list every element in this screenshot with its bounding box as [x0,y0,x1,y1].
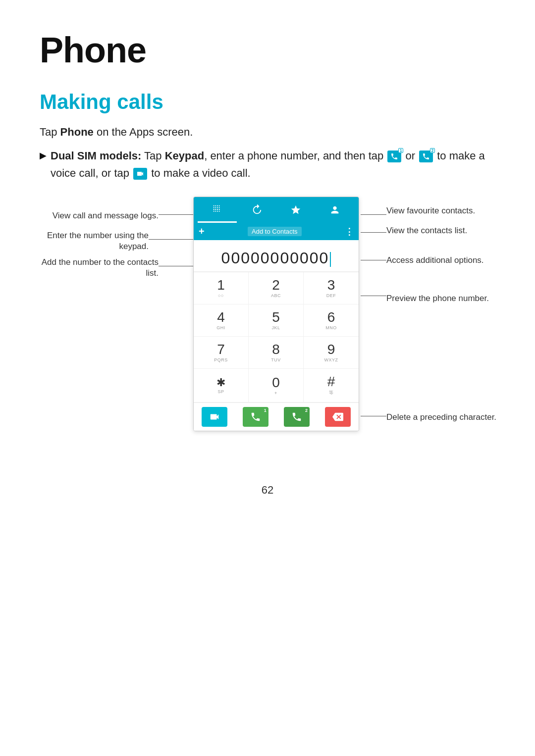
key-7[interactable]: 7 PQRS [194,337,249,369]
ann-keypad-line [149,239,199,240]
key-2[interactable]: 2 ABC [249,272,304,304]
add-to-contacts-text[interactable]: Add to Contacts [248,227,302,236]
page-title: Phone [40,30,495,70]
delete-button[interactable] [325,407,351,427]
phone-number-display: 00000000000 [194,240,359,272]
diagram-wrapper: View call and message logs. Enter the nu… [40,197,495,454]
section-title: Making calls [40,90,495,114]
keypad: 1 ○○ 2 ABC 3 DEF 4 GHI 5 JKL [194,272,359,403]
ann-preview-text: Preview the phone number. [386,293,520,304]
video-call-icon [133,168,147,180]
ann-logs-text: View call and message logs. [40,210,159,221]
tab-favorites[interactable] [276,197,316,223]
call-sim2-button[interactable]: 2 [284,407,310,427]
ann-add-text: Add the number to the contacts list. [40,257,159,279]
tab-contacts[interactable] [316,197,355,223]
key-0[interactable]: 0 + [249,369,304,403]
ann-fav-line [361,214,386,215]
ann-keypad-text: Enter the number using the keypad. [40,230,149,252]
annotations-container: View call and message logs. Enter the nu… [40,197,495,454]
intro-paragraph: Tap Phone on the Apps screen. [40,124,495,140]
key-8[interactable]: 8 TUV [249,337,304,369]
plus-button[interactable]: + [199,226,205,237]
tab-keypad[interactable] [198,197,237,223]
call-sim1-button[interactable]: 1 [243,407,268,427]
phone-add-bar: + Add to Contacts ⋮ [194,223,359,240]
phone-tabs [194,197,359,223]
key-5[interactable]: 5 JKL [249,304,304,337]
ann-contacts-text: View the contacts list. [386,225,520,236]
sim2-call-icon: 2 [419,151,433,162]
key-9[interactable]: 9 WXYZ [304,337,359,369]
key-1[interactable]: 1 ○○ [194,272,249,304]
sim1-number: 1 [398,148,403,153]
dual-sim-paragraph: ▶ Dual SIM models: Tap Keypad, enter a p… [40,147,495,182]
ann-fav-text: View favourite contacts. [386,205,520,216]
sim1-call-icon: 1 [387,151,401,162]
tab-recent[interactable] [237,197,276,223]
ann-options-text: Access additional options. [386,255,520,266]
phone-bottom-bar: 1 2 [194,403,359,431]
key-hash[interactable]: # 等 [304,369,359,403]
page-number: 62 [40,484,495,497]
video-call-button[interactable] [202,407,227,427]
key-4[interactable]: 4 GHI [194,304,249,337]
dual-sim-content: Dual SIM models: Tap Keypad, enter a pho… [51,147,495,182]
sim2-number: 2 [430,148,435,153]
ann-preview-line [361,296,386,296]
more-options-button[interactable]: ⋮ [345,226,354,237]
ann-delete-text: Delete a preceding character. [386,412,520,423]
phone-mockup: + Add to Contacts ⋮ 00000000000 1 ○○ 2 A… [193,197,359,431]
key-6[interactable]: 6 MNO [304,304,359,337]
ann-options-line [361,260,386,260]
key-3[interactable]: 3 DEF [304,272,359,304]
phone-cursor [330,252,331,267]
phone-number-text: 00000000000 [221,249,329,267]
dual-sim-label: Dual SIM models: [51,150,141,162]
bullet-triangle: ▶ [40,149,47,163]
ann-contacts-line [361,232,386,233]
key-star[interactable]: ✱ SP [194,369,249,403]
ann-delete-line [361,416,386,416]
